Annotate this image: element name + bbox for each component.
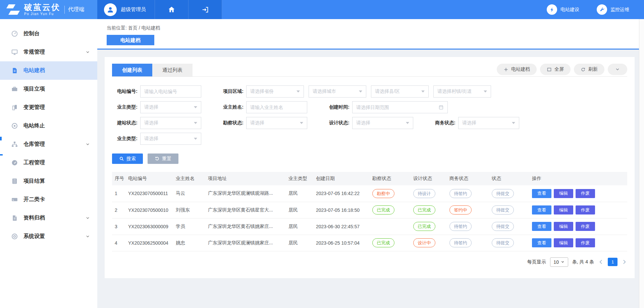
- quick-link-monitor-ops[interactable]: 监控运维: [597, 0, 629, 19]
- cell-owner: 学员: [173, 218, 205, 235]
- wrench-icon: [597, 4, 607, 15]
- sidebar-item-project-initiation[interactable]: 项目立项: [0, 80, 97, 98]
- scroll-indicator-mark: [0, 154, 3, 156]
- city-select[interactable]: 请选择城市: [309, 85, 366, 98]
- field-label: 建站状态:: [112, 120, 138, 126]
- owner-type-select[interactable]: 请选择: [140, 101, 201, 113]
- sidebar-item-change-mgmt[interactable]: 变更管理: [0, 98, 97, 117]
- view-button[interactable]: 查看: [532, 205, 551, 214]
- survey-status-select[interactable]: 请选择: [246, 117, 307, 129]
- sidebar-item-system-settings[interactable]: 系统设置: [0, 227, 97, 246]
- date-range-input[interactable]: [356, 105, 438, 110]
- fullscreen-button[interactable]: 全屏: [540, 64, 571, 75]
- edit-button[interactable]: 编辑: [554, 238, 573, 247]
- select-placeholder: 请选择: [356, 120, 370, 126]
- user-menu[interactable]: 超级管理员: [97, 0, 155, 19]
- business-status-select[interactable]: 请选择: [458, 117, 519, 129]
- void-button[interactable]: 作废: [576, 222, 595, 231]
- void-button[interactable]: 作废: [576, 189, 595, 198]
- province-select[interactable]: 请选择省份: [246, 85, 304, 98]
- brand-title: 破茧云伏: [24, 3, 60, 12]
- cell-owner-type: 居民: [286, 202, 313, 218]
- cell-created: 2023-07-05 16:18:50: [313, 202, 370, 218]
- person-icon: [107, 6, 114, 13]
- status-badge: 待提交: [492, 238, 514, 247]
- col-status: 状态: [489, 172, 529, 185]
- tab-create-list[interactable]: 创建列表: [112, 64, 152, 76]
- scrollbar[interactable]: [639, 19, 644, 308]
- collapse-toolbar-button[interactable]: [608, 64, 627, 75]
- town-select[interactable]: 请选择村镇/街道: [433, 85, 491, 98]
- field-label: 业主类型:: [112, 104, 138, 110]
- per-page-select[interactable]: 10: [550, 257, 568, 267]
- date-range-input-wrap: [352, 101, 448, 113]
- tab-passed-list[interactable]: 通过列表: [152, 64, 193, 76]
- card-top-bar: 创建列表 通过列表 电站建档 全屏: [112, 64, 627, 77]
- cell-seq: 2: [112, 202, 125, 218]
- prev-page-button[interactable]: [598, 259, 604, 265]
- col-owner: 业主姓名: [173, 172, 205, 185]
- sidebar-item-station-archive[interactable]: 电站建档: [0, 61, 97, 80]
- void-button[interactable]: 作废: [576, 205, 595, 214]
- caret-down-icon: [300, 122, 303, 124]
- chevron-down-icon: [86, 234, 90, 239]
- refresh-label: 刷新: [588, 66, 598, 72]
- edit-button[interactable]: 编辑: [554, 189, 573, 198]
- build-status-select[interactable]: 请选择: [140, 117, 201, 129]
- view-button[interactable]: 查看: [532, 222, 551, 231]
- edit-button[interactable]: 编辑: [554, 222, 573, 231]
- filter-region: 项目区域: 请选择省份 请选择城市 请选择县/区 请选择村镇/街道: [218, 85, 491, 98]
- quick-link-label: 监控运维: [610, 7, 629, 13]
- sidebar-item-engineering-mgmt[interactable]: 工程管理: [0, 153, 97, 172]
- top-header: 破茧云伏 Po Jian Yun Fu 代理端 超级管理员 电站建设: [0, 0, 644, 19]
- status-badge: 待提交: [492, 205, 514, 214]
- home-button[interactable]: [155, 0, 189, 19]
- cell-owner: 刘强东: [173, 202, 205, 218]
- col-design: 设计状态: [411, 172, 447, 185]
- next-page-button[interactable]: [622, 259, 627, 265]
- cell-seq: 3: [112, 218, 125, 235]
- sidebar-item-general-mgmt[interactable]: 常规管理: [0, 43, 97, 61]
- view-button[interactable]: 查看: [532, 189, 551, 198]
- sidebar-item-warehouse-mgmt[interactable]: 仓库管理: [0, 135, 97, 153]
- col-survey: 勘察状态: [370, 172, 411, 185]
- station-code-input[interactable]: [144, 89, 197, 94]
- create-station-button[interactable]: 电站建档: [497, 64, 537, 75]
- business-status-badge: 待签约: [449, 189, 472, 198]
- design-status-select[interactable]: 请选择: [352, 117, 413, 129]
- chevron-down-icon: [86, 142, 90, 146]
- col-created: 创建日期: [313, 172, 370, 185]
- void-button[interactable]: 作废: [576, 238, 595, 247]
- owner-name-input[interactable]: [250, 105, 303, 110]
- sidebar-item-open-card[interactable]: 开二类卡: [0, 190, 97, 209]
- field-label: 业主姓名:: [218, 104, 244, 110]
- county-select[interactable]: 请选择县/区: [371, 85, 429, 98]
- logout-button[interactable]: [189, 0, 222, 19]
- view-button[interactable]: 查看: [532, 238, 551, 247]
- reset-button[interactable]: 重置: [148, 153, 178, 164]
- sidebar-item-dashboard[interactable]: 控制台: [0, 24, 97, 43]
- bank-card-icon: [11, 196, 18, 203]
- sitemap-icon: [11, 141, 18, 148]
- caret-down-icon: [194, 122, 197, 124]
- page-1-button[interactable]: 1: [608, 258, 618, 266]
- sidebar-item-project-settlement[interactable]: 项目结算: [0, 172, 97, 190]
- edit-button[interactable]: 编辑: [554, 205, 573, 214]
- caret-down-icon: [484, 90, 487, 93]
- reset-label: 重置: [162, 156, 171, 162]
- breadcrumb-path: 首页 / 电站建档: [128, 25, 160, 30]
- fullscreen-label: 全屏: [554, 66, 564, 72]
- table-row: 2 YX2023070500010 刘强东 广东深圳龙华区黄石镇星官大... 居…: [112, 202, 627, 218]
- sidebar-item-data-archive[interactable]: 资料归档: [0, 209, 97, 227]
- owner-type-select-2[interactable]: 请选择: [140, 133, 201, 145]
- sidebar-item-station-terminate[interactable]: 电站终止: [0, 117, 97, 135]
- refresh-button[interactable]: 刷新: [574, 64, 604, 75]
- divider: [64, 6, 65, 14]
- breadcrumb: 当前位置: 首页 / 电站建档: [107, 25, 644, 31]
- cell-owner-type: 居民: [286, 218, 313, 235]
- quick-link-station-build[interactable]: 电站建设: [547, 0, 579, 19]
- page-tab-station-archive[interactable]: 电站建档: [107, 35, 154, 45]
- field-label: 业主类型:: [112, 136, 138, 142]
- filter-survey-status: 勘察状态: 请选择: [218, 117, 307, 129]
- search-button[interactable]: 搜索: [112, 153, 143, 164]
